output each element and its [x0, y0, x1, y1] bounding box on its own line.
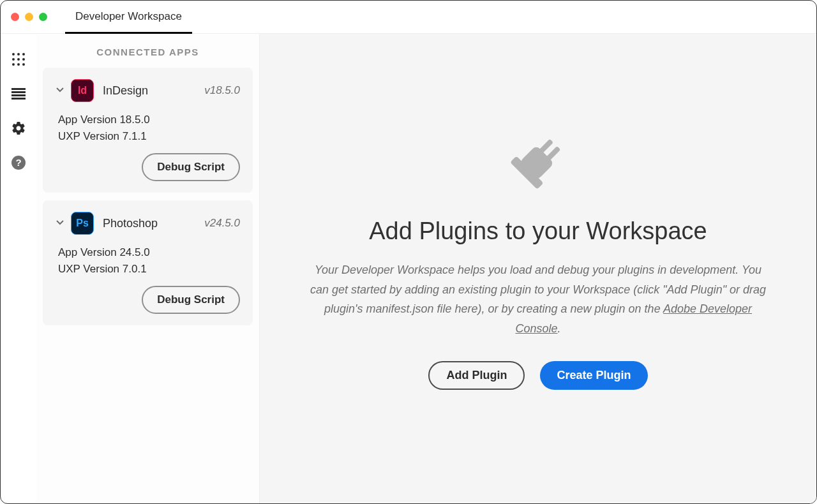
photoshop-app-icon: Ps	[71, 212, 94, 235]
list-icon[interactable]	[11, 86, 26, 101]
app-name: InDesign	[103, 84, 204, 98]
app-version-line: App Version 24.5.0	[58, 246, 240, 259]
titlebar: Developer Workspace	[1, 1, 816, 34]
chevron-down-icon[interactable]	[56, 85, 64, 96]
svg-point-3	[12, 58, 15, 61]
svg-point-6	[12, 63, 15, 66]
tab-developer-workspace[interactable]: Developer Workspace	[65, 1, 192, 34]
maximize-window-button[interactable]	[39, 13, 47, 21]
app-version: v18.5.0	[204, 84, 240, 97]
app-body: ? CONNECTED APPS Id InDesign v18.5.0 App…	[1, 34, 816, 503]
app-card-photoshop: Ps Photoshop v24.5.0 App Version 24.5.0 …	[43, 200, 253, 325]
svg-rect-18	[545, 146, 560, 161]
app-icon-badge: Id	[78, 85, 87, 96]
main-description-post: .	[558, 322, 561, 335]
svg-point-1	[17, 53, 20, 56]
uxp-version-line: UXP Version 7.1.1	[58, 130, 240, 143]
uxp-version-line: UXP Version 7.0.1	[58, 263, 240, 276]
close-window-button[interactable]	[11, 13, 19, 21]
minimize-window-button[interactable]	[25, 13, 33, 21]
app-version-line: App Version 18.5.0	[58, 114, 240, 126]
app-name: Photoshop	[103, 217, 204, 230]
app-card-header[interactable]: Id InDesign v18.5.0	[56, 79, 240, 102]
app-card-header[interactable]: Ps Photoshop v24.5.0	[56, 212, 240, 235]
svg-rect-11	[11, 94, 26, 96]
svg-point-2	[22, 53, 25, 56]
main-actions: Add Plugin Create Plugin	[428, 361, 647, 390]
svg-point-7	[17, 63, 20, 66]
svg-rect-10	[11, 91, 26, 93]
svg-point-5	[22, 58, 25, 61]
connected-apps-sidebar: CONNECTED APPS Id InDesign v18.5.0 App V…	[36, 34, 260, 503]
app-card-indesign: Id InDesign v18.5.0 App Version 18.5.0 U…	[43, 68, 253, 193]
app-window: Developer Workspace	[0, 0, 817, 504]
help-icon[interactable]: ?	[11, 155, 26, 170]
debug-script-button[interactable]: Debug Script	[142, 153, 240, 181]
svg-rect-17	[538, 139, 553, 154]
main-heading: Add Plugins to your Workspace	[369, 218, 707, 245]
debug-script-button[interactable]: Debug Script	[142, 286, 240, 314]
app-icon-badge: Ps	[76, 218, 89, 229]
svg-point-4	[17, 58, 20, 61]
main-panel: Add Plugins to your Workspace Your Devel…	[260, 34, 816, 503]
chevron-down-icon[interactable]	[56, 218, 64, 229]
app-version: v24.5.0	[204, 217, 240, 230]
plug-icon	[500, 123, 576, 202]
create-plugin-button[interactable]: Create Plugin	[540, 361, 647, 390]
main-description: Your Developer Workspace helps you load …	[308, 260, 768, 338]
apps-grid-icon[interactable]	[11, 52, 26, 67]
svg-point-8	[22, 63, 25, 66]
sidebar-header: CONNECTED APPS	[43, 47, 253, 57]
tab-label: Developer Workspace	[75, 10, 182, 23]
gear-icon[interactable]	[11, 121, 26, 136]
add-plugin-button[interactable]: Add Plugin	[428, 361, 525, 390]
window-controls	[11, 13, 47, 21]
icon-rail: ?	[1, 34, 36, 503]
svg-text:?: ?	[15, 157, 21, 168]
svg-rect-9	[11, 88, 26, 90]
svg-rect-12	[11, 98, 26, 100]
indesign-app-icon: Id	[71, 79, 94, 102]
svg-point-0	[12, 53, 15, 56]
